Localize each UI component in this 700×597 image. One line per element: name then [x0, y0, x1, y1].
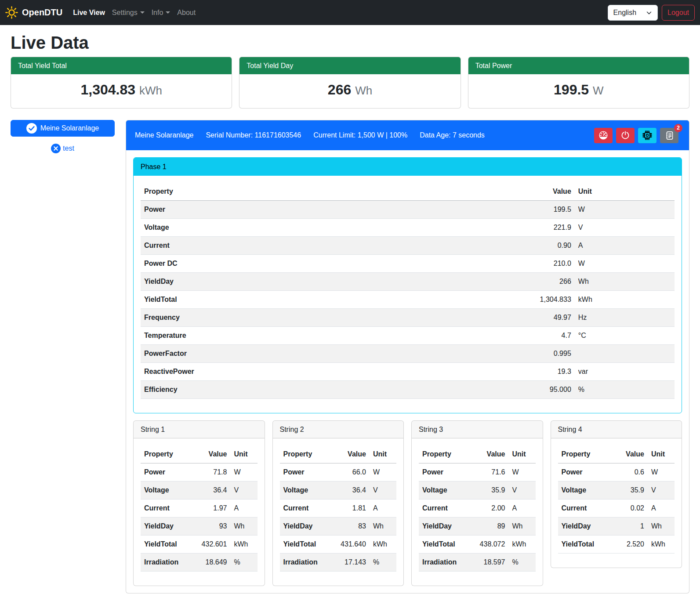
value-cell: 1.81 [334, 499, 370, 517]
table-row: YieldDay83Wh [280, 517, 397, 535]
phase-card-body: Property Value Unit Power199.5WVoltage22… [134, 176, 682, 413]
unit-cell: Hz [575, 309, 675, 327]
value-cell: 36.4 [334, 481, 370, 499]
property-cell: Voltage [141, 219, 413, 237]
unit-cell: % [370, 554, 396, 572]
property-cell: YieldTotal [141, 535, 196, 554]
table-row: Voltage35.9V [558, 481, 675, 499]
value-unit: Wh [355, 84, 372, 97]
property-cell: Irradiation [141, 554, 196, 572]
main-row: Meine Solaranlage test Meine Solaranlage… [11, 120, 689, 593]
unit-cell: Wh [648, 517, 675, 535]
table-row: Power66.0W [280, 463, 397, 481]
unit-cell: Wh [230, 517, 257, 535]
value-cell: 266 [413, 273, 575, 291]
value-cell: 83 [334, 517, 370, 535]
inverter-selector-column: Meine Solaranlage test [11, 120, 115, 153]
inverter-test-item[interactable]: test [11, 144, 115, 153]
column-header-property: Property [558, 445, 613, 463]
property-cell: Power DC [141, 255, 413, 273]
power-icon [620, 130, 630, 140]
value-cell: 93 [196, 517, 231, 535]
column-header-property: Property [280, 445, 335, 463]
value-cell: 0.995 [413, 345, 575, 363]
property-cell: Power [558, 463, 613, 481]
string-card-1: String 1 Property Value Unit [133, 420, 265, 586]
event-count-badge: 2 [674, 124, 682, 132]
string-card-body: Property Value Unit Power0.6WVoltage35.9… [551, 438, 682, 568]
nav-item-live-view[interactable]: Live View [69, 5, 109, 20]
column-header-value: Value [613, 445, 648, 463]
property-cell: Power [141, 463, 196, 481]
value-cell: 432.601 [196, 535, 231, 554]
unit-cell: W [575, 201, 675, 219]
value-cell: 89 [474, 517, 509, 535]
string-card-2: String 2 Property Value Unit [272, 420, 404, 586]
unit-cell: kWh [575, 291, 675, 309]
unit-cell: V [230, 481, 257, 499]
value-cell: 221.9 [413, 219, 575, 237]
property-cell: YieldDay [558, 517, 613, 535]
table-row: YieldTotal438.072kWh [419, 535, 536, 554]
nav-item-info[interactable]: Info [148, 5, 174, 20]
value-cell: 1.97 [196, 499, 231, 517]
inverter-select-button[interactable]: Meine Solaranlage [11, 120, 115, 137]
table-row: YieldTotal432.601kWh [141, 535, 258, 554]
card-header: Total Yield Day [239, 57, 460, 74]
property-cell: Voltage [558, 481, 613, 499]
column-header-property: Property [141, 445, 196, 463]
table-row: PowerFactor0.995 [141, 345, 675, 363]
value-cell: 0.6 [613, 463, 648, 481]
unit-cell: var [575, 363, 675, 381]
limit-settings-button[interactable] [594, 128, 613, 143]
value-cell: 18.597 [474, 554, 509, 572]
column-header-unit: Unit [648, 445, 675, 463]
table-row: Current1.81A [280, 499, 397, 517]
page-content: Live Data Total Yield Total 1,304.83 kWh… [0, 32, 700, 593]
string-card-3: String 3 Property Value Unit [411, 420, 543, 586]
inverter-name: Meine Solaranlage [135, 131, 193, 139]
unit-cell: A [575, 237, 675, 255]
page-title: Live Data [11, 32, 689, 53]
table-row: YieldTotal2.520kWh [558, 535, 675, 554]
table-row: YieldDay266Wh [141, 273, 675, 291]
column-header-unit: Unit [370, 445, 396, 463]
logout-button[interactable]: Logout [662, 5, 695, 21]
language-select[interactable]: English [608, 5, 658, 21]
brand-label: OpenDTU [22, 7, 62, 18]
nav-item-about[interactable]: About [174, 5, 199, 20]
column-header-unit: Unit [230, 445, 257, 463]
table-row: Current1.97A [141, 499, 258, 517]
nav-item-settings[interactable]: Settings [109, 5, 148, 20]
check-circle-icon [26, 123, 37, 134]
value-cell: 66.0 [334, 463, 370, 481]
unit-cell: V [508, 481, 535, 499]
unit-cell: kWh [508, 535, 535, 554]
device-info-button[interactable] [638, 128, 656, 143]
unit-cell: W [370, 463, 396, 481]
brand[interactable]: OpenDTU [5, 6, 62, 19]
chevron-down-icon [140, 11, 145, 14]
column-header-value: Value [334, 445, 370, 463]
column-header-unit: Unit [575, 183, 675, 201]
property-cell: YieldDay [141, 273, 413, 291]
event-log-button[interactable]: 2 [660, 128, 678, 143]
table-row: Irradiation18.649% [141, 554, 258, 572]
power-button[interactable] [616, 128, 635, 143]
table-row: YieldDay89Wh [419, 517, 536, 535]
value-number: 199.5 [554, 82, 589, 98]
property-cell: YieldTotal [280, 535, 335, 554]
unit-cell: W [648, 463, 675, 481]
inverter-panel-header: Meine Solaranlage Serial Number: 1161716… [126, 120, 689, 150]
inverter-serial: Serial Number: 116171603546 [206, 131, 301, 139]
table-row: Power DC210.0W [141, 255, 675, 273]
property-cell: YieldTotal [558, 535, 613, 554]
table-row: ReactivePower19.3var [141, 363, 675, 381]
value-cell: 0.02 [613, 499, 648, 517]
property-cell: Irradiation [280, 554, 335, 572]
property-cell: YieldTotal [419, 535, 474, 554]
card-total-power: Total Power 199.5 W [468, 57, 689, 109]
value-cell: 35.9 [613, 481, 648, 499]
unit-cell: Wh [370, 517, 396, 535]
property-cell: Current [558, 499, 613, 517]
